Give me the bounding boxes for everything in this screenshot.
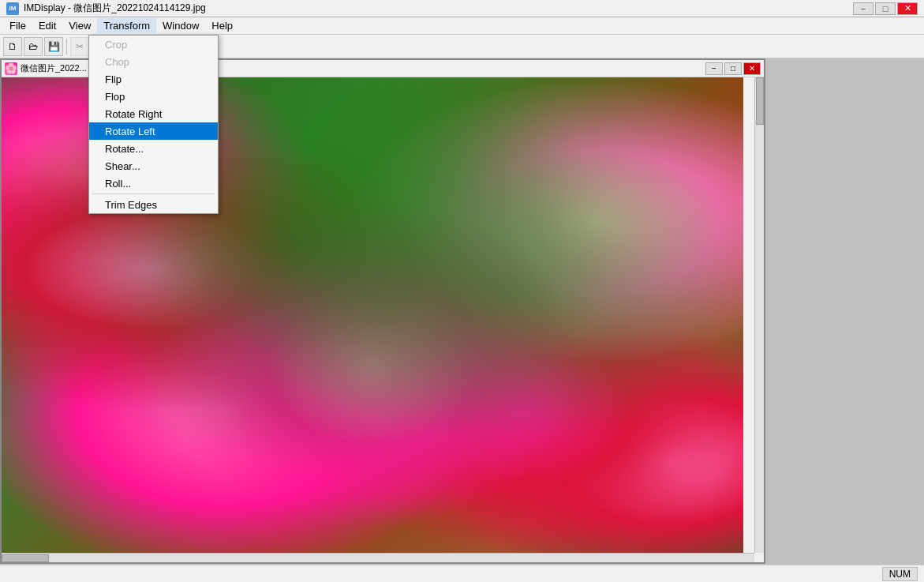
vertical-scrollbar[interactable] <box>754 77 764 553</box>
menu-item-rotate[interactable]: Rotate... <box>89 140 218 157</box>
title-bar-left: IM IMDisplay - 微信图片_20221024114129.jpg <box>6 2 206 15</box>
image-minimize-button[interactable]: − <box>705 62 723 75</box>
menu-item-crop[interactable]: Crop <box>89 36 218 53</box>
image-title-text: 微信图片_2022... <box>21 62 87 74</box>
menu-item-shear[interactable]: Shear... <box>89 157 218 175</box>
menu-file[interactable]: File <box>3 18 32 33</box>
menu-item-roll[interactable]: Roll... <box>89 175 218 192</box>
menu-edit[interactable]: Edit <box>32 18 62 33</box>
menu-item-rotate-right[interactable]: Rotate Right <box>89 105 218 122</box>
toolbar-cut-button[interactable]: ✂ <box>70 37 89 56</box>
app-icon: IM <box>6 2 19 15</box>
vertical-scrollbar-thumb[interactable] <box>756 77 764 125</box>
maximize-button[interactable]: □ <box>875 2 896 15</box>
menu-transform[interactable]: Transform <box>97 18 156 33</box>
title-bar: IM IMDisplay - 微信图片_20221024114129.jpg −… <box>0 0 924 17</box>
horizontal-scrollbar-thumb[interactable] <box>2 554 49 562</box>
title-buttons: − □ ✕ <box>853 2 918 15</box>
horizontal-scrollbar[interactable] <box>2 553 754 562</box>
image-title-left: 🌸 微信图片_2022... <box>5 62 87 75</box>
image-title-buttons: − □ ✕ <box>705 62 761 75</box>
transform-dropdown-menu: Crop Chop Flip Flop Rotate Right Rotate … <box>88 35 219 214</box>
menu-item-chop[interactable]: Chop <box>89 53 218 70</box>
image-close-button[interactable]: ✕ <box>743 62 761 75</box>
window-title: IMDisplay - 微信图片_20221024114129.jpg <box>24 2 206 15</box>
menu-help[interactable]: Help <box>205 18 239 33</box>
toolbar-separator <box>66 39 67 54</box>
close-button[interactable]: ✕ <box>897 2 918 15</box>
menu-item-trim-edges[interactable]: Trim Edges <box>89 196 218 213</box>
image-icon: 🌸 <box>5 62 17 75</box>
image-maximize-button[interactable]: □ <box>724 62 742 75</box>
menu-item-rotate-left[interactable]: Rotate Left <box>89 122 218 140</box>
status-bar: NUM <box>0 565 924 582</box>
toolbar-save-button[interactable]: 💾 <box>44 37 63 56</box>
minimize-button[interactable]: − <box>853 2 873 15</box>
num-lock-indicator: NUM <box>882 567 918 581</box>
menu-item-flip[interactable]: Flip <box>89 70 218 88</box>
menu-separator <box>92 193 215 194</box>
menu-view[interactable]: View <box>62 18 97 33</box>
toolbar-new-button[interactable]: 🗋 <box>3 37 22 56</box>
menu-item-flop[interactable]: Flop <box>89 88 218 105</box>
menu-bar: File Edit View Transform Window Help <box>0 17 924 35</box>
toolbar-open-button[interactable]: 🗁 <box>24 37 43 56</box>
menu-window[interactable]: Window <box>156 18 205 33</box>
